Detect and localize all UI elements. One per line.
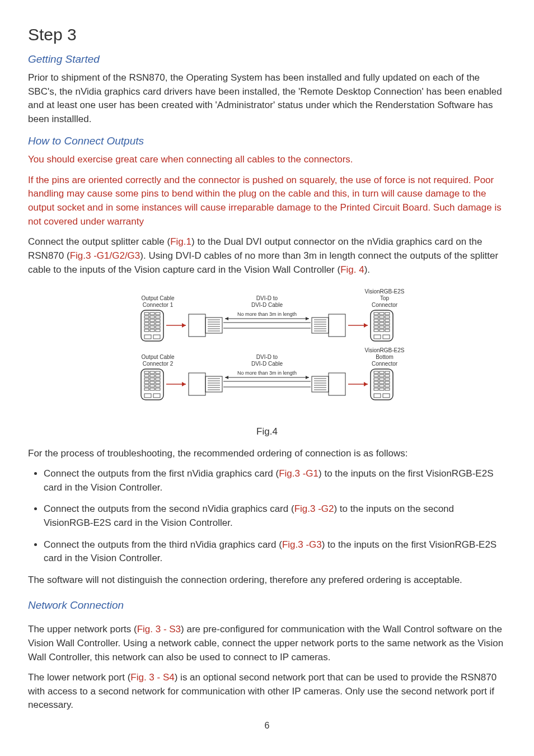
svg-rect-48	[380, 312, 384, 315]
svg-rect-130	[380, 388, 384, 390]
svg-rect-20	[153, 335, 160, 339]
svg-rect-76	[156, 378, 160, 380]
svg-rect-81	[150, 385, 154, 387]
svg-marker-89	[182, 382, 186, 386]
svg-rect-126	[374, 385, 378, 387]
text-fragment: Connect the output splitter cable (	[28, 236, 170, 247]
list-item: Connect the outputs from the second nVid…	[44, 502, 506, 530]
svg-rect-117	[374, 375, 378, 377]
svg-marker-112	[364, 382, 368, 386]
svg-rect-19	[144, 335, 151, 339]
svg-rect-11	[150, 323, 154, 325]
diagram-label: DVI-D Cable	[251, 302, 283, 308]
svg-rect-54	[380, 319, 384, 321]
svg-rect-58	[385, 323, 390, 325]
svg-rect-82	[156, 385, 160, 387]
svg-rect-23	[189, 314, 205, 337]
svg-rect-36	[329, 314, 345, 337]
svg-rect-8	[150, 319, 154, 321]
troubleshooting-intro: For the process of troubleshooting, the …	[28, 447, 506, 461]
network-connection-heading: Network Connection	[28, 598, 506, 613]
diagram-label: DVI-D to	[256, 295, 278, 301]
warning-paragraph-2: If the pins are oriented correctly and t…	[28, 174, 506, 229]
page-number: 6	[28, 719, 506, 732]
svg-rect-80	[144, 385, 149, 387]
diagram-label: DVI-D to	[256, 354, 278, 360]
diagram-label: No more than 3m in length	[237, 370, 297, 376]
svg-rect-47	[374, 312, 378, 315]
page-title: Step 3	[28, 22, 506, 47]
svg-rect-69	[150, 371, 154, 374]
svg-rect-5	[150, 316, 154, 318]
diagram-label: Output Cable	[142, 295, 175, 301]
svg-rect-63	[380, 329, 384, 332]
svg-rect-66	[383, 335, 390, 339]
diagram-label: Top	[380, 295, 390, 301]
svg-rect-70	[156, 371, 160, 374]
figure-reference: Fig.3 -G3	[282, 539, 322, 550]
text-fragment: The upper network ports (	[28, 624, 137, 634]
figure-4-container: Output Cable Connector 1 DVI-D to DVI-D …	[28, 288, 506, 438]
svg-rect-77	[144, 381, 149, 384]
svg-rect-131	[385, 388, 390, 390]
text-fragment: Connect the outputs from the third nVidi…	[44, 539, 282, 550]
diagram-label: Connector 1	[143, 302, 174, 308]
svg-rect-86	[144, 394, 151, 398]
svg-rect-119	[385, 375, 390, 377]
svg-rect-52	[385, 316, 390, 318]
svg-rect-74	[144, 378, 149, 380]
svg-rect-53	[374, 319, 378, 321]
figure-reference: Fig. 3 - S3	[137, 624, 181, 634]
network-paragraph-2: The lower network port (Fig. 3 - S4) is …	[28, 671, 506, 712]
svg-rect-85	[156, 388, 160, 390]
list-item: Connect the outputs from the first nVidi…	[44, 467, 506, 494]
svg-rect-10	[144, 323, 149, 325]
svg-rect-2	[150, 312, 154, 315]
svg-rect-72	[150, 375, 154, 377]
connect-instruction-paragraph: Connect the output splitter cable (Fig.1…	[28, 235, 506, 277]
svg-rect-59	[374, 326, 378, 328]
list-item: Connect the outputs from the third nVidi…	[44, 538, 506, 566]
svg-rect-121	[380, 378, 384, 380]
svg-rect-129	[374, 388, 378, 390]
svg-rect-6	[156, 316, 160, 318]
ordering-note: The software will not distinguish the co…	[28, 573, 506, 587]
svg-rect-78	[150, 381, 154, 384]
svg-rect-18	[156, 329, 160, 332]
svg-rect-15	[156, 326, 160, 328]
svg-rect-90	[189, 373, 205, 395]
warning-paragraph-1: You should exercise great care when conn…	[28, 153, 506, 167]
diagram-label: VisionRGB-E2S	[365, 347, 405, 353]
svg-rect-50	[374, 316, 378, 318]
svg-rect-9	[156, 319, 160, 321]
svg-rect-132	[374, 394, 381, 398]
diagram-label: Connector	[372, 302, 398, 308]
svg-rect-57	[380, 323, 384, 325]
diagram-label: Output Cable	[142, 354, 175, 360]
svg-rect-83	[144, 388, 149, 390]
figure-reference: Fig.3 -G2	[294, 503, 334, 514]
svg-rect-62	[374, 329, 378, 332]
figure-reference: Fig.3 -G1	[279, 468, 318, 479]
svg-rect-123	[374, 381, 378, 384]
svg-rect-13	[144, 326, 149, 328]
svg-rect-3	[156, 312, 160, 315]
svg-rect-68	[144, 371, 149, 374]
svg-marker-32	[225, 317, 228, 320]
diagram-label: Bottom	[376, 354, 394, 360]
svg-rect-116	[385, 371, 390, 374]
svg-rect-125	[385, 381, 390, 384]
svg-marker-22	[182, 323, 186, 328]
svg-marker-45	[364, 323, 368, 328]
svg-rect-122	[385, 378, 390, 380]
svg-rect-64	[385, 329, 390, 332]
connection-diagram-icon: Output Cable Connector 1 DVI-D to DVI-D …	[110, 288, 424, 419]
troubleshooting-list: Connect the outputs from the first nVidi…	[28, 467, 506, 566]
svg-rect-128	[385, 385, 390, 387]
svg-rect-65	[374, 335, 381, 339]
svg-rect-84	[150, 388, 154, 390]
getting-started-paragraph: Prior to shipment of the RSN870, the Ope…	[28, 71, 506, 127]
svg-rect-127	[380, 385, 384, 387]
figure-reference: Fig.1	[170, 236, 191, 247]
svg-marker-33	[306, 317, 309, 320]
